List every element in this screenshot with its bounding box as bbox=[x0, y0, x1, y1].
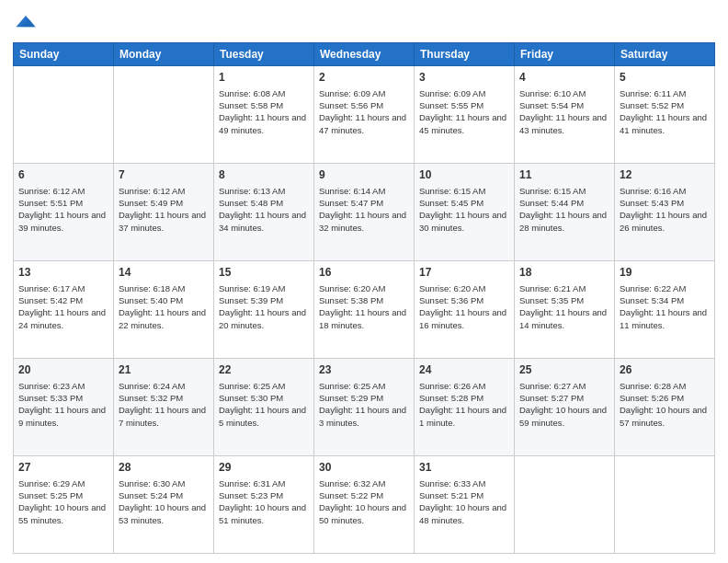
calendar-cell: 8Sunrise: 6:13 AMSunset: 5:48 PMDaylight… bbox=[214, 164, 314, 261]
logo-icon bbox=[13, 9, 39, 35]
sunrise-text: Sunrise: 6:12 AM bbox=[18, 186, 85, 196]
weekday-header-sunday: Sunday bbox=[14, 43, 114, 66]
sunset-text: Sunset: 5:24 PM bbox=[119, 490, 183, 500]
daylight-text: Daylight: 11 hours and 49 minutes. bbox=[219, 112, 306, 134]
daylight-text: Daylight: 11 hours and 32 minutes. bbox=[319, 210, 406, 232]
calendar-cell: 6Sunrise: 6:12 AMSunset: 5:51 PMDaylight… bbox=[14, 164, 114, 261]
day-number: 14 bbox=[119, 265, 209, 281]
sunrise-text: Sunrise: 6:10 AM bbox=[519, 88, 586, 98]
calendar-cell: 26Sunrise: 6:28 AMSunset: 5:26 PMDayligh… bbox=[615, 359, 715, 456]
sunset-text: Sunset: 5:52 PM bbox=[620, 100, 684, 110]
day-number: 7 bbox=[119, 167, 209, 183]
daylight-text: Daylight: 10 hours and 53 minutes. bbox=[119, 502, 206, 524]
calendar-cell bbox=[515, 456, 615, 554]
sunset-text: Sunset: 5:48 PM bbox=[219, 198, 283, 208]
calendar-cell: 12Sunrise: 6:16 AMSunset: 5:43 PMDayligh… bbox=[615, 164, 715, 261]
sunrise-text: Sunrise: 6:29 AM bbox=[18, 478, 85, 488]
sunset-text: Sunset: 5:33 PM bbox=[18, 393, 83, 403]
sunset-text: Sunset: 5:22 PM bbox=[319, 490, 383, 500]
calendar-week-4: 20Sunrise: 6:23 AMSunset: 5:33 PMDayligh… bbox=[14, 359, 715, 456]
sunset-text: Sunset: 5:56 PM bbox=[319, 100, 383, 110]
daylight-text: Daylight: 11 hours and 3 minutes. bbox=[319, 405, 406, 427]
sunset-text: Sunset: 5:51 PM bbox=[18, 198, 83, 208]
daylight-text: Daylight: 11 hours and 41 minutes. bbox=[620, 112, 707, 134]
day-number: 1 bbox=[219, 70, 309, 86]
weekday-header-monday: Monday bbox=[114, 43, 214, 66]
day-number: 26 bbox=[620, 362, 710, 378]
daylight-text: Daylight: 11 hours and 37 minutes. bbox=[119, 210, 206, 232]
day-number: 30 bbox=[319, 460, 409, 476]
daylight-text: Daylight: 11 hours and 26 minutes. bbox=[620, 210, 707, 232]
day-number: 15 bbox=[219, 265, 309, 281]
calendar-cell: 21Sunrise: 6:24 AMSunset: 5:32 PMDayligh… bbox=[114, 359, 214, 456]
calendar-cell: 3Sunrise: 6:09 AMSunset: 5:55 PMDaylight… bbox=[415, 66, 515, 164]
sunset-text: Sunset: 5:45 PM bbox=[419, 198, 483, 208]
day-number: 8 bbox=[219, 167, 309, 183]
sunrise-text: Sunrise: 6:23 AM bbox=[18, 381, 85, 391]
sunset-text: Sunset: 5:29 PM bbox=[319, 393, 383, 403]
daylight-text: Daylight: 11 hours and 20 minutes. bbox=[219, 307, 306, 329]
sunset-text: Sunset: 5:43 PM bbox=[620, 198, 684, 208]
sunset-text: Sunset: 5:35 PM bbox=[519, 295, 584, 305]
daylight-text: Daylight: 11 hours and 28 minutes. bbox=[519, 210, 607, 232]
daylight-text: Daylight: 10 hours and 48 minutes. bbox=[419, 502, 506, 524]
logo bbox=[13, 9, 42, 35]
sunset-text: Sunset: 5:27 PM bbox=[519, 393, 584, 403]
daylight-text: Daylight: 10 hours and 51 minutes. bbox=[219, 502, 306, 524]
day-number: 17 bbox=[419, 265, 509, 281]
daylight-text: Daylight: 11 hours and 9 minutes. bbox=[18, 405, 106, 427]
sunrise-text: Sunrise: 6:24 AM bbox=[119, 381, 185, 391]
sunrise-text: Sunrise: 6:15 AM bbox=[419, 186, 485, 196]
sunset-text: Sunset: 5:38 PM bbox=[319, 295, 383, 305]
calendar-cell: 7Sunrise: 6:12 AMSunset: 5:49 PMDaylight… bbox=[114, 164, 214, 261]
sunset-text: Sunset: 5:44 PM bbox=[519, 198, 584, 208]
daylight-text: Daylight: 11 hours and 16 minutes. bbox=[419, 307, 506, 329]
day-number: 3 bbox=[419, 70, 509, 86]
calendar-week-5: 27Sunrise: 6:29 AMSunset: 5:25 PMDayligh… bbox=[14, 456, 715, 554]
calendar-cell: 4Sunrise: 6:10 AMSunset: 5:54 PMDaylight… bbox=[515, 66, 615, 164]
sunset-text: Sunset: 5:40 PM bbox=[119, 295, 183, 305]
sunset-text: Sunset: 5:21 PM bbox=[419, 490, 483, 500]
sunset-text: Sunset: 5:25 PM bbox=[18, 490, 83, 500]
day-number: 12 bbox=[620, 167, 710, 183]
calendar-week-3: 13Sunrise: 6:17 AMSunset: 5:42 PMDayligh… bbox=[14, 261, 715, 359]
sunrise-text: Sunrise: 6:16 AM bbox=[620, 186, 686, 196]
sunrise-text: Sunrise: 6:22 AM bbox=[620, 283, 686, 293]
day-number: 16 bbox=[319, 265, 409, 281]
weekday-header-saturday: Saturday bbox=[615, 43, 715, 66]
day-number: 13 bbox=[18, 265, 108, 281]
sunrise-text: Sunrise: 6:27 AM bbox=[519, 381, 586, 391]
daylight-text: Daylight: 11 hours and 34 minutes. bbox=[219, 210, 306, 232]
calendar-week-2: 6Sunrise: 6:12 AMSunset: 5:51 PMDaylight… bbox=[14, 164, 715, 261]
daylight-text: Daylight: 11 hours and 18 minutes. bbox=[319, 307, 406, 329]
calendar-cell: 2Sunrise: 6:09 AMSunset: 5:56 PMDaylight… bbox=[314, 66, 415, 164]
sunrise-text: Sunrise: 6:12 AM bbox=[119, 186, 185, 196]
daylight-text: Daylight: 11 hours and 47 minutes. bbox=[319, 112, 406, 134]
sunrise-text: Sunrise: 6:28 AM bbox=[620, 381, 686, 391]
weekday-header-tuesday: Tuesday bbox=[214, 43, 314, 66]
calendar-cell: 24Sunrise: 6:26 AMSunset: 5:28 PMDayligh… bbox=[415, 359, 515, 456]
calendar-table: SundayMondayTuesdayWednesdayThursdayFrid… bbox=[13, 42, 715, 554]
sunrise-text: Sunrise: 6:20 AM bbox=[419, 283, 485, 293]
day-number: 11 bbox=[519, 167, 609, 183]
day-number: 24 bbox=[419, 362, 509, 378]
daylight-text: Daylight: 11 hours and 7 minutes. bbox=[119, 405, 206, 427]
sunrise-text: Sunrise: 6:18 AM bbox=[119, 283, 185, 293]
day-number: 20 bbox=[18, 362, 108, 378]
calendar-cell: 27Sunrise: 6:29 AMSunset: 5:25 PMDayligh… bbox=[14, 456, 114, 554]
calendar-cell: 18Sunrise: 6:21 AMSunset: 5:35 PMDayligh… bbox=[515, 261, 615, 359]
day-number: 5 bbox=[620, 70, 710, 86]
day-number: 27 bbox=[18, 460, 108, 476]
day-number: 31 bbox=[419, 460, 509, 476]
calendar-cell: 31Sunrise: 6:33 AMSunset: 5:21 PMDayligh… bbox=[415, 456, 515, 554]
day-number: 19 bbox=[620, 265, 710, 281]
sunrise-text: Sunrise: 6:11 AM bbox=[620, 88, 686, 98]
calendar-cell: 14Sunrise: 6:18 AMSunset: 5:40 PMDayligh… bbox=[114, 261, 214, 359]
daylight-text: Daylight: 10 hours and 57 minutes. bbox=[620, 405, 707, 427]
sunrise-text: Sunrise: 6:17 AM bbox=[18, 283, 85, 293]
sunrise-text: Sunrise: 6:31 AM bbox=[219, 478, 285, 488]
sunrise-text: Sunrise: 6:09 AM bbox=[419, 88, 485, 98]
sunset-text: Sunset: 5:42 PM bbox=[18, 295, 83, 305]
daylight-text: Daylight: 11 hours and 5 minutes. bbox=[219, 405, 306, 427]
daylight-text: Daylight: 11 hours and 1 minute. bbox=[419, 405, 506, 427]
